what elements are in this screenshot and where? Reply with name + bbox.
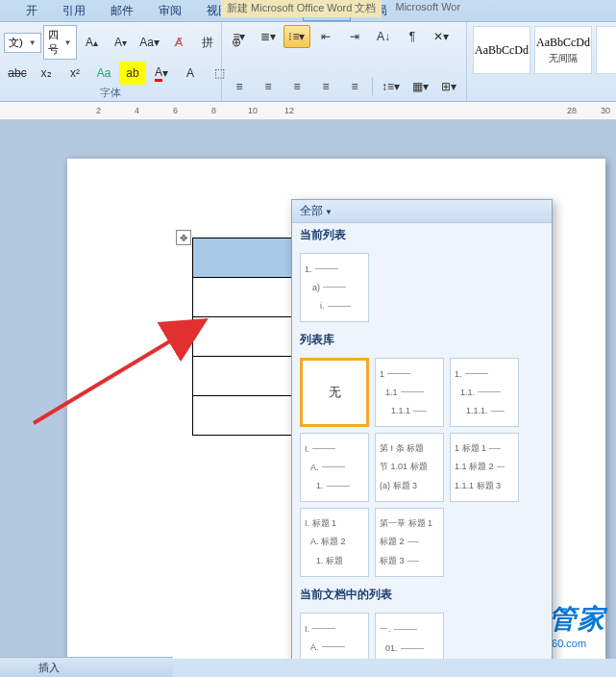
increase-indent-button[interactable]: ⇥ <box>341 25 368 48</box>
document-area: ✥ 全部▼ 当前列表 1. a) i. 列表库 无 11.11.1.1 1.1.… <box>0 120 616 659</box>
list-lib-4[interactable]: 第 I 条 标题节 1.01 标题(a) 标题 3 <box>375 433 444 502</box>
font-group-label: 字体 <box>4 86 217 102</box>
font-lang-combo[interactable]: 文)▼ <box>4 33 41 53</box>
tab-mailings[interactable]: 邮件 <box>99 0 145 21</box>
clear-format-button[interactable]: A̸ <box>165 31 192 54</box>
table-anchor-icon[interactable]: ✥ <box>176 230 191 245</box>
horizontal-ruler[interactable]: 2 4 6 8 10 12 28 30 <box>0 102 616 120</box>
highlight-button[interactable]: ab <box>119 62 146 85</box>
decrease-indent-button[interactable]: ⇤ <box>312 25 339 48</box>
list-lib-6[interactable]: I. 标题 1A. 标题 21. 标题 <box>300 508 369 577</box>
tab-home[interactable]: 开 <box>14 0 49 21</box>
indoc-list-2[interactable]: 一.01.01. <box>375 613 444 659</box>
bullets-button[interactable]: ≡▾ <box>226 25 253 48</box>
numbering-button[interactable]: ≣▾ <box>255 25 282 48</box>
superscript-button[interactable]: x² <box>62 62 88 85</box>
change-case-button[interactable]: Aa▾ <box>136 31 163 54</box>
align-right-button[interactable]: ≡ <box>283 75 310 98</box>
section-indoc-lists: 当前文档中的列表 <box>292 583 552 607</box>
list-lib-7[interactable]: 第一章 标题 1标题 2标题 3 <box>375 508 444 577</box>
grow-font-button[interactable]: A▴ <box>79 31 106 54</box>
font-color-button[interactable]: A▾ <box>148 62 175 85</box>
align-distribute-button[interactable]: ≡ <box>341 75 368 98</box>
sort-button[interactable]: A↓ <box>370 25 397 48</box>
title-doc: 新建 Microsoft Office Word 文档 <box>221 0 382 17</box>
list-lib-3[interactable]: I.A.1. <box>300 433 369 502</box>
char-shading-button[interactable]: A <box>177 62 204 85</box>
indoc-list-1[interactable]: I.A.1. <box>300 613 369 659</box>
phonetic-button[interactable]: 拼 <box>194 31 221 54</box>
dropdown-filter-all[interactable]: 全部▼ <box>292 200 552 223</box>
list-lib-2[interactable]: 1.1.1.1.1.1. <box>450 358 519 427</box>
style-heading[interactable]: A <box>596 26 616 74</box>
align-center-button[interactable]: ≡ <box>255 75 282 98</box>
shading-button[interactable]: ▦▾ <box>407 75 433 98</box>
tab-references[interactable]: 引用 <box>51 0 97 21</box>
list-lib-5[interactable]: 1 标题 11.1 标题 21.1.1 标题 3 <box>450 433 519 502</box>
subscript-button[interactable]: x₂ <box>33 62 60 85</box>
text-effects-button[interactable]: Aa <box>90 62 117 85</box>
line-spacing-button[interactable]: ↕≡▾ <box>377 75 405 98</box>
title-app: Microsoft Wor <box>389 0 466 17</box>
status-bar: 插入 <box>0 657 173 677</box>
align-justify-button[interactable]: ≡ <box>312 75 339 98</box>
section-current-list: 当前列表 <box>292 223 552 247</box>
strikethrough-button[interactable]: abc <box>4 62 31 85</box>
ribbon: 文)▼ 四号▼ A▴ A▾ Aa▾ A̸ 拼 ⊕ abc x₂ x² Aa ab… <box>0 22 616 102</box>
section-list-library: 列表库 <box>292 328 552 352</box>
list-lib-1[interactable]: 11.11.1.1 <box>375 358 444 427</box>
list-none[interactable]: 无 <box>300 358 369 427</box>
font-size-combo[interactable]: 四号▼ <box>43 25 77 60</box>
show-marks-button[interactable]: ¶ <box>399 25 426 48</box>
multilevel-list-button[interactable]: ⁝≡▾ <box>283 25 310 48</box>
tab-review[interactable]: 审阅 <box>147 0 193 21</box>
style-nospacing[interactable]: AaBbCcDd无间隔 <box>534 26 592 74</box>
current-list-preview[interactable]: 1. a) i. <box>300 253 369 322</box>
multilevel-list-dropdown: 全部▼ 当前列表 1. a) i. 列表库 无 11.11.1.1 1.1.1.… <box>291 199 553 659</box>
shrink-font-button[interactable]: A▾ <box>108 31 135 54</box>
asian-layout-button[interactable]: ✕▾ <box>428 25 455 48</box>
style-normal[interactable]: AaBbCcDd <box>473 26 530 74</box>
align-left-button[interactable]: ≡ <box>226 75 253 98</box>
borders-button[interactable]: ⊞▾ <box>435 75 462 98</box>
